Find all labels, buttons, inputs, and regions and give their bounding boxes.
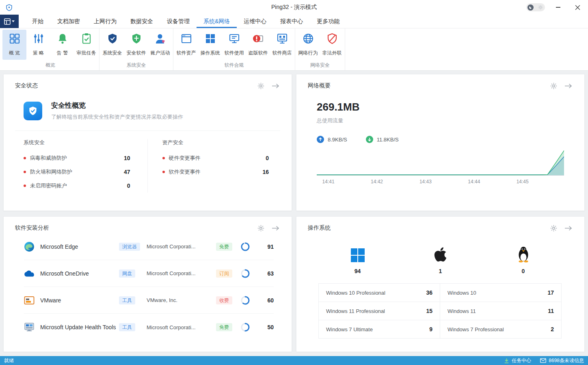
- ribbon-item-overview[interactable]: 概 览: [2, 30, 26, 60]
- edge-app-icon: [24, 241, 36, 252]
- stat-row[interactable]: 未启用密码账户 0: [24, 179, 130, 193]
- bullet-dot-icon: [162, 157, 165, 159]
- os-version-count: 11: [548, 308, 554, 314]
- goto-arrow-icon[interactable]: [272, 226, 279, 231]
- software-store-icon: [276, 33, 288, 46]
- stat-row[interactable]: 硬件变更事件 0: [162, 151, 269, 165]
- ribbon-item-software-usage[interactable]: 软件使用: [222, 30, 246, 60]
- category-badge: 工具: [119, 296, 135, 304]
- ribbon-group-label: 网络安全: [296, 60, 344, 70]
- ribbon-tab-report-center[interactable]: 报表中心: [273, 15, 310, 28]
- software-row-vmware[interactable]: VMware 工具 VMware, Inc. 收费 60: [24, 287, 274, 314]
- table-cell[interactable]: Windows 10 17: [440, 284, 561, 302]
- ribbon-tab-document-encryption[interactable]: 文档加密: [50, 15, 87, 28]
- download-rate-value: 11.8KB/S: [377, 137, 399, 143]
- stat-row[interactable]: 病毒和威胁防护 10: [24, 151, 130, 165]
- goto-arrow-icon[interactable]: [564, 226, 572, 231]
- ribbon-item-label: 审批任务: [77, 50, 96, 56]
- dashboard-content: 安全状态 安全性概览 了解终端当前系统安全性和资产变更情况并采取必要操作 系统安…: [0, 71, 588, 352]
- ribbon-tab-ops-center[interactable]: 运维中心: [237, 15, 273, 28]
- ribbon-tab-data-security[interactable]: 数据安全: [123, 15, 160, 28]
- asset-security-column: 资产安全 硬件变更事件 0 软件变更事件 16: [148, 139, 269, 193]
- theme-toggle[interactable]: [526, 3, 545, 11]
- close-button[interactable]: [571, 1, 584, 13]
- license-badge: 订阅: [216, 269, 232, 278]
- ribbon-item-label: 告 警: [57, 50, 68, 56]
- ribbon-item-label: 盗版软件: [249, 50, 268, 56]
- software-row-edge[interactable]: Microsoft Edge 浏览器 Microsoft Corporati..…: [24, 233, 274, 260]
- stat-row[interactable]: 防火墙和网络防护 47: [24, 165, 130, 179]
- statusbar: 就绪 任务中心 8698条未读信息: [0, 356, 588, 365]
- unread-messages-button[interactable]: 8698条未读信息: [540, 357, 584, 364]
- ribbon-item-account-activity[interactable]: 账户活动: [148, 30, 172, 60]
- software-row-update-health-tools[interactable]: Microsoft Update Health Tools 工具 Microso…: [24, 314, 274, 341]
- network-traffic-chart: [317, 149, 564, 176]
- ribbon-tab-device-management[interactable]: 设备管理: [160, 15, 197, 28]
- ribbon-item-policy[interactable]: 策 略: [26, 30, 50, 60]
- install-count: 60: [259, 297, 274, 304]
- ribbon-item-illegal-connection[interactable]: 非法外联: [320, 30, 344, 60]
- stat-row[interactable]: 软件变更事件 16: [162, 165, 269, 179]
- table-cell[interactable]: Windows 11 Professional 15: [319, 302, 440, 320]
- ribbon-item-pirated-software[interactable]: 盗版软件: [246, 30, 270, 60]
- install-progress-ring: [240, 269, 250, 278]
- illegal-connection-shield-icon: [326, 33, 338, 46]
- ribbon-item-security-software[interactable]: 安全软件: [124, 30, 148, 60]
- ribbon-item-system-security[interactable]: 系统安全: [100, 30, 124, 60]
- x-tick: 14:42: [371, 179, 383, 185]
- stat-label: 未启用密码账户: [30, 182, 127, 189]
- software-row-onedrive[interactable]: Microsoft OneDrive 网盘 Microsoft Corporat…: [24, 260, 274, 287]
- os-version-table: Windows 10 Professional 36 Windows 10 17…: [318, 283, 562, 339]
- install-progress-ring: [240, 242, 250, 252]
- card-operating-system: 操作系统 94 1 0: [296, 216, 585, 352]
- app-menu-icon: [4, 18, 11, 25]
- ribbon-item-network-behavior[interactable]: 网络行为: [296, 30, 320, 60]
- platform-linux[interactable]: 0: [482, 246, 565, 274]
- ribbon-tab-more-features[interactable]: 更多功能: [310, 15, 346, 28]
- ribbon-item-operating-system[interactable]: 操作系统: [198, 30, 222, 60]
- ribbon-tab-system-network[interactable]: 系统&网络: [197, 15, 237, 28]
- goto-arrow-icon[interactable]: [564, 83, 572, 89]
- settings-gear-icon[interactable]: [550, 83, 557, 89]
- network-globe-icon: [302, 33, 314, 46]
- moon-icon: [527, 4, 534, 11]
- ribbon-item-alarm[interactable]: 告 警: [50, 30, 74, 60]
- platform-macos[interactable]: 1: [399, 246, 482, 274]
- ribbon-tab-start[interactable]: 开始: [25, 15, 50, 28]
- ribbon-tab-internet-behavior[interactable]: 上网行为: [87, 15, 123, 28]
- bullet-dot-icon: [24, 185, 26, 187]
- x-tick: 14:45: [517, 179, 529, 185]
- task-center-button[interactable]: 任务中心: [504, 357, 531, 364]
- x-tick: 14:41: [322, 179, 335, 185]
- minimize-button[interactable]: [551, 1, 564, 13]
- table-cell[interactable]: Windows 11 11: [440, 302, 561, 320]
- table-row: Windows 7 Ultimate 9 Windows 7 Professio…: [319, 320, 561, 338]
- goto-arrow-icon[interactable]: [272, 83, 279, 89]
- ribbon-toolbar: 概 览 策 略 告 警 审批任务 概览 系统安全: [0, 28, 588, 71]
- platform-windows[interactable]: 94: [316, 246, 399, 274]
- settings-gear-icon[interactable]: [550, 225, 557, 232]
- security-shield-icon: [24, 102, 42, 120]
- ribbon-item-software-assets[interactable]: 软件资产: [174, 30, 198, 60]
- table-cell[interactable]: Windows 7 Professional 2: [440, 320, 561, 338]
- card-security-status: 安全状态 安全性概览 了解终端当前系统安全性和资产变更情况并采取必要操作 系统安…: [3, 74, 292, 211]
- table-cell[interactable]: Windows 7 Ultimate 9: [319, 320, 440, 338]
- table-cell[interactable]: Windows 10 Professional 36: [319, 284, 440, 302]
- install-count: 91: [259, 243, 274, 250]
- download-arrow-icon: [366, 136, 373, 143]
- unread-messages-label: 8698条未读信息: [549, 357, 584, 364]
- ribbon-item-approval-tasks[interactable]: 审批任务: [74, 30, 98, 60]
- apple-logo-icon: [434, 246, 447, 263]
- download-icon: [504, 358, 509, 363]
- linux-tux-icon: [517, 246, 530, 263]
- table-row: Windows 10 Professional 36 Windows 10 17: [319, 284, 561, 302]
- software-vendor: VMware, Inc.: [147, 297, 216, 303]
- settings-gear-icon[interactable]: [257, 83, 264, 89]
- settings-gear-icon[interactable]: [257, 225, 264, 232]
- ribbon-item-label: 账户活动: [151, 50, 170, 56]
- category-badge: 浏览器: [119, 243, 140, 251]
- app-menu-button[interactable]: [0, 15, 19, 28]
- software-vendor: Microsoft Corporati...: [147, 270, 216, 276]
- os-version-label: Windows 10: [447, 290, 476, 296]
- ribbon-item-software-store[interactable]: 软件商店: [270, 30, 294, 60]
